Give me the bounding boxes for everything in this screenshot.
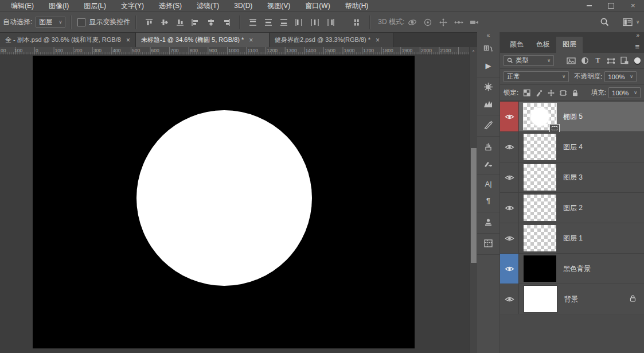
menu-help[interactable]: 帮助(H) [338,1,376,11]
distribute-bottom-edges-icon[interactable] [276,15,291,29]
layer-name[interactable]: 图层 2 [563,203,583,213]
histogram-panel-icon[interactable] [477,95,499,112]
layer-thumbnail[interactable] [524,255,556,282]
collapse-dock-icon[interactable]: « [477,32,499,40]
canvas-pasteboard[interactable] [0,55,469,353]
close-button[interactable]: × [625,0,642,11]
lock-all-icon[interactable] [569,88,581,98]
3d-slide-icon[interactable] [451,15,466,29]
panel-menu-icon[interactable]: ≡ [635,44,639,50]
layer-row-layer-2[interactable]: 图层 2 [500,193,644,223]
visibility-cell[interactable] [500,162,519,192]
align-right-edges-icon[interactable] [218,15,234,29]
visibility-cell[interactable] [500,284,519,314]
visibility-cell[interactable] [500,102,519,131]
auto-select-dropdown[interactable]: 图层 ∨ [36,17,65,28]
3d-orbit-icon[interactable] [404,15,420,29]
layer-row-ellipse-5[interactable]: 椭圆 5 [500,102,644,132]
close-tab-icon[interactable]: × [126,36,130,44]
filter-smart-objects-icon[interactable] [618,55,631,67]
distribute-horizontal-centers-icon[interactable] [307,15,322,29]
lock-position-icon[interactable] [545,88,557,98]
align-bottom-edges-icon[interactable] [172,15,188,29]
layer-thumbnail[interactable] [524,164,556,191]
distribute-top-edges-icon[interactable] [245,15,260,29]
layer-name[interactable]: 黑色背景 [563,264,591,274]
actions-panel-icon[interactable]: ▶ [477,57,499,74]
visibility-cell[interactable] [500,132,519,162]
layer-name[interactable]: 背景 [564,294,578,304]
layer-row-layer-4[interactable]: 图层 4 [500,132,644,162]
brushes-panel-icon[interactable] [477,138,499,154]
filter-adjustment-layers-icon[interactable] [578,55,591,67]
layer-thumbnail[interactable] [524,134,556,160]
history-panel-icon[interactable] [477,41,499,57]
tab-layers[interactable]: 图层 [556,37,583,53]
tab-swatches[interactable]: 色板 [530,37,556,53]
fill-field[interactable]: 100% ∨ [608,87,641,98]
adjustments-panel-icon[interactable] [477,79,499,95]
menu-edit[interactable]: 编辑(E) [3,1,41,11]
menu-layer[interactable]: 图层(L) [76,1,114,11]
distribute-right-edges-icon[interactable] [322,15,338,29]
notes-panel-icon[interactable] [477,117,499,133]
tab-color[interactable]: 颜色 [504,37,530,53]
align-horizontal-centers-icon[interactable] [203,15,218,29]
white-ellipse-shape[interactable] [136,110,312,286]
visibility-cell[interactable] [500,223,519,253]
brush-settings-panel-icon[interactable] [477,154,499,171]
close-tab-icon[interactable]: × [376,36,380,44]
filter-shape-layers-icon[interactable] [604,55,618,67]
search-icon[interactable] [597,15,612,29]
minimize-button[interactable] [580,0,598,11]
filter-pixel-layers-icon[interactable] [565,55,578,67]
clone-source-panel-icon[interactable] [477,214,499,230]
layer-row-black-background[interactable]: 黑色背景 [500,254,644,284]
workspace-switcher[interactable]: ∨ [623,18,639,26]
vertical-scrollbar[interactable]: ∧ [469,47,477,353]
distribute-left-edges-icon[interactable] [291,15,307,29]
lock-image-pixels-icon[interactable] [533,88,545,98]
filter-type-layers-icon[interactable]: T [591,55,604,67]
menu-type[interactable]: 文字(Y) [114,1,151,11]
distribute-vertical-centers-icon[interactable] [260,15,276,29]
distribute-spacing-icon[interactable] [349,15,364,29]
close-tab-icon[interactable]: × [249,36,253,44]
layer-name[interactable]: 图层 3 [563,173,583,183]
3d-pan-icon[interactable] [435,15,451,29]
visibility-cell[interactable] [500,254,519,284]
horizontal-ruler[interactable]: 0010001002003004005006007008009001000110… [0,47,469,55]
blend-mode-dropdown[interactable]: 正常 ∨ [504,71,569,82]
layer-row-background[interactable]: 背景 [500,284,644,315]
document-tab-1[interactable]: 全 - 副本.psd @ 30.6% (线和耳麦, RGB/8) × [0,33,136,47]
layer-thumbnail[interactable] [524,195,556,221]
align-top-edges-icon[interactable] [141,15,157,29]
menu-image[interactable]: 图像(I) [41,1,76,11]
expand-panels-icon[interactable]: » [636,32,639,38]
scrollbar-thumb[interactable] [471,148,477,263]
align-vertical-centers-icon[interactable] [157,15,172,29]
3d-camera-icon[interactable] [466,15,482,29]
menu-view[interactable]: 视图(V) [260,1,298,11]
3d-roll-icon[interactable] [420,15,435,29]
visibility-cell[interactable] [500,193,519,223]
menu-select[interactable]: 选择(S) [151,1,189,11]
align-left-edges-icon[interactable] [188,15,203,29]
lock-artboard-nesting-icon[interactable] [557,88,569,98]
layer-filtering-toggle[interactable] [634,57,641,64]
menu-window[interactable]: 窗口(W) [298,1,337,11]
layer-name[interactable]: 图层 4 [563,142,583,152]
measurement-log-panel-icon[interactable] [477,235,499,251]
layer-row-layer-3[interactable]: 图层 3 [500,162,644,193]
paragraph-panel-icon[interactable]: ¶ [477,192,499,209]
document-canvas[interactable] [33,56,415,348]
menu-3d[interactable]: 3D(D) [227,2,260,10]
layer-row-layer-1[interactable]: 图层 1 [500,223,644,254]
layer-name[interactable]: 图层 1 [563,234,583,243]
maximize-button[interactable] [602,0,619,11]
layer-thumbnail[interactable] [524,225,556,251]
menu-filter[interactable]: 滤镜(T) [189,1,227,11]
character-panel-icon[interactable]: A| [477,176,499,192]
layer-name[interactable]: 椭圆 5 [563,112,583,122]
opacity-field[interactable]: 100% ∨ [604,71,637,82]
